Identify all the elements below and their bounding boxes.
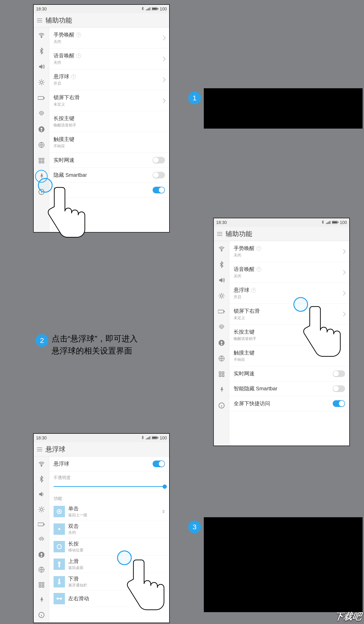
location-icon[interactable] bbox=[34, 547, 49, 562]
battery-sidebar-icon[interactable] bbox=[214, 304, 229, 319]
fingerprint-icon[interactable] bbox=[34, 532, 49, 547]
row-voice-wake[interactable]: 语音唤醒? 关闭 bbox=[49, 48, 169, 69]
toggle-off[interactable] bbox=[333, 370, 345, 377]
menu-icon[interactable] bbox=[37, 19, 42, 22]
help-icon[interactable]: ? bbox=[256, 246, 261, 251]
row-title-text: 隐藏 Smartbar bbox=[54, 172, 87, 179]
bluetooth-sidebar-icon[interactable] bbox=[34, 43, 49, 59]
wifi-icon[interactable] bbox=[34, 457, 49, 472]
help-icon[interactable]: ? bbox=[76, 53, 81, 58]
row-smartbar[interactable]: 智能隐藏 Smartbar bbox=[229, 381, 349, 396]
globe-icon[interactable] bbox=[34, 137, 49, 153]
globe-icon[interactable] bbox=[214, 351, 229, 366]
title-bar: 辅助功能 bbox=[214, 227, 349, 241]
step-2-text: 点击“悬浮球”，即可进入 悬浮球的相关设置界面 bbox=[52, 333, 138, 357]
row-voice-wake[interactable]: 语音唤醒?关闭 bbox=[229, 262, 349, 283]
apps-icon[interactable] bbox=[34, 153, 49, 168]
sound-icon[interactable] bbox=[34, 59, 49, 75]
apps-icon[interactable] bbox=[214, 366, 229, 382]
chevron-right-icon bbox=[341, 291, 346, 296]
row-sub-text: 关闭 bbox=[54, 60, 162, 65]
apps-icon[interactable] bbox=[34, 577, 49, 593]
toggle-on[interactable] bbox=[153, 461, 165, 467]
row-long-home[interactable]: 长按主键 唤醒语音助手 bbox=[49, 111, 169, 132]
row-gesture-wake[interactable]: 手势唤醒?关闭 bbox=[229, 241, 349, 262]
row-sub-text: 未定义 bbox=[54, 102, 162, 107]
battery-sidebar-icon[interactable] bbox=[34, 517, 49, 532]
bluetooth-sidebar-icon[interactable] bbox=[34, 472, 49, 487]
fingerprint-icon[interactable] bbox=[34, 106, 49, 122]
row-quick-access[interactable]: 全屏下快捷访问 bbox=[229, 396, 349, 411]
chevron-right-icon bbox=[161, 77, 166, 82]
row-lock-swipe[interactable]: 锁屏下右滑 未定义 bbox=[49, 90, 169, 111]
watermark: 下载吧 bbox=[334, 610, 362, 623]
row-title-text: 手势唤醒 bbox=[54, 31, 74, 38]
svg-rect-15 bbox=[42, 158, 44, 160]
slider-knob[interactable] bbox=[162, 485, 167, 489]
toggle-on[interactable] bbox=[153, 187, 165, 193]
status-time: 18:30 bbox=[36, 436, 47, 441]
wifi-icon[interactable] bbox=[34, 27, 49, 43]
row-net-speed[interactable]: 实时网速 bbox=[229, 366, 349, 381]
bluetooth-sidebar-icon[interactable] bbox=[214, 257, 229, 272]
row-touch-home[interactable]: 触摸主键 不响应 bbox=[49, 132, 169, 153]
help-icon[interactable]: ? bbox=[251, 288, 256, 292]
info-icon[interactable] bbox=[214, 398, 229, 413]
help-icon[interactable]: ? bbox=[71, 74, 76, 79]
signal-icon bbox=[146, 436, 150, 441]
swipe-down-action-icon bbox=[54, 576, 65, 587]
status-time: 18:30 bbox=[216, 220, 227, 225]
action-tap[interactable]: 单击返回上一级 bbox=[49, 503, 169, 520]
row-title-text: 锁屏下右滑 bbox=[54, 94, 80, 101]
toggle-off[interactable] bbox=[153, 157, 165, 163]
brightness-icon[interactable] bbox=[214, 288, 229, 304]
status-bar: 18:30 100 bbox=[34, 434, 169, 442]
toggle-on[interactable] bbox=[333, 400, 345, 407]
battery-sidebar-icon[interactable] bbox=[34, 90, 49, 106]
swipe-lr-action-icon bbox=[54, 593, 65, 604]
svg-rect-54 bbox=[39, 585, 41, 587]
help-icon[interactable]: ? bbox=[256, 267, 261, 272]
menu-icon[interactable] bbox=[217, 232, 222, 236]
svg-point-45 bbox=[41, 465, 42, 466]
chevron-right-icon bbox=[161, 98, 166, 103]
accessibility-icon[interactable] bbox=[34, 593, 49, 608]
location-icon[interactable] bbox=[34, 122, 49, 137]
svg-rect-39 bbox=[147, 438, 148, 440]
location-icon[interactable] bbox=[214, 335, 229, 351]
row-float-ball[interactable]: 悬浮球? 开启 bbox=[49, 69, 169, 90]
battery-icon bbox=[152, 436, 158, 441]
toggle-off[interactable] bbox=[333, 385, 345, 392]
row-float-toggle[interactable]: 悬浮球 bbox=[49, 457, 169, 471]
status-time: 18:30 bbox=[36, 7, 47, 12]
brightness-icon[interactable] bbox=[34, 75, 49, 90]
opacity-slider[interactable] bbox=[49, 482, 169, 492]
brightness-icon[interactable] bbox=[34, 502, 49, 517]
row-smartbar[interactable]: 隐藏 Smartbar bbox=[49, 168, 169, 183]
row-float-ball[interactable]: 悬浮球?开启 bbox=[229, 283, 349, 304]
help-icon[interactable]: ? bbox=[76, 32, 81, 37]
svg-rect-47 bbox=[38, 523, 44, 526]
row-net-speed[interactable]: 实时网速 bbox=[49, 153, 169, 168]
info-icon[interactable] bbox=[34, 607, 49, 623]
sound-icon[interactable] bbox=[34, 487, 49, 502]
menu-icon[interactable] bbox=[37, 447, 42, 451]
svg-rect-1 bbox=[147, 9, 148, 10]
toggle-off[interactable] bbox=[153, 172, 165, 179]
fingerprint-icon[interactable] bbox=[214, 319, 229, 335]
row-gesture-wake[interactable]: 手势唤醒? 关闭 bbox=[49, 27, 169, 48]
globe-icon[interactable] bbox=[34, 562, 49, 577]
svg-point-8 bbox=[40, 81, 43, 83]
accessibility-icon[interactable] bbox=[214, 382, 229, 398]
svg-rect-9 bbox=[38, 97, 44, 100]
battery-pct: 100 bbox=[340, 220, 347, 225]
wifi-icon[interactable] bbox=[214, 241, 229, 257]
action-long-press[interactable]: 长按移动位置 bbox=[49, 538, 169, 555]
reorder-icon[interactable] bbox=[162, 510, 165, 513]
redacted-text-3 bbox=[204, 517, 363, 612]
svg-rect-48 bbox=[44, 524, 44, 525]
sound-icon[interactable] bbox=[214, 272, 229, 288]
action-double-tap[interactable]: 双击关闭 bbox=[49, 520, 169, 538]
row-title-text: 长按主键 bbox=[54, 115, 74, 122]
status-bar: 18:30 100 bbox=[34, 5, 169, 13]
